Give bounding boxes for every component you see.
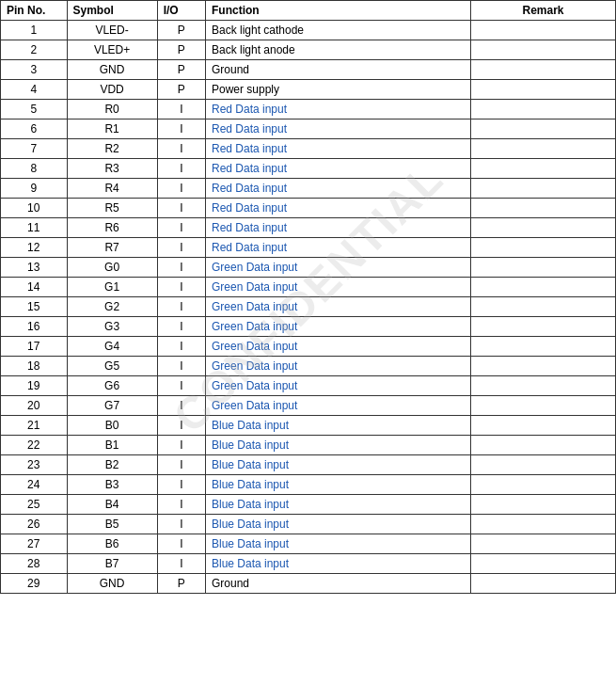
cell-pin-no: 17 xyxy=(1,337,68,357)
cell-remark xyxy=(471,317,616,337)
table-header-row: Pin No. Symbol I/O Function Remark xyxy=(1,1,616,21)
cell-remark xyxy=(471,475,616,495)
cell-remark xyxy=(471,100,616,119)
cell-function: Ground xyxy=(205,60,470,80)
pin-table: Pin No. Symbol I/O Function Remark 1VLED… xyxy=(0,0,616,594)
cell-io: I xyxy=(157,357,205,376)
cell-function: Back light anode xyxy=(205,40,470,60)
table-row: 1VLED-PBack light cathode xyxy=(1,21,616,40)
cell-remark xyxy=(471,199,616,218)
table-row: 11R6IRed Data input xyxy=(1,218,616,238)
cell-function: Blue Data input xyxy=(205,515,470,534)
cell-pin-no: 21 xyxy=(1,416,68,436)
cell-io: I xyxy=(157,475,205,495)
cell-symbol: R3 xyxy=(67,159,157,179)
table-container: CONFIDENTIAL Pin No. Symbol I/O Function… xyxy=(0,0,616,594)
cell-remark xyxy=(471,554,616,574)
cell-remark xyxy=(471,159,616,179)
cell-function: Blue Data input xyxy=(205,495,470,515)
cell-function: Back light cathode xyxy=(205,21,470,40)
cell-remark xyxy=(471,574,616,594)
table-row: 24B3IBlue Data input xyxy=(1,475,616,495)
cell-pin-no: 27 xyxy=(1,534,68,554)
cell-remark xyxy=(471,218,616,238)
cell-pin-no: 5 xyxy=(1,100,68,119)
cell-pin-no: 2 xyxy=(1,40,68,60)
table-row: 19G6IGreen Data input xyxy=(1,376,616,396)
table-row: 12R7IRed Data input xyxy=(1,238,616,258)
cell-symbol: R0 xyxy=(67,100,157,119)
cell-pin-no: 26 xyxy=(1,515,68,534)
cell-symbol: B1 xyxy=(67,436,157,455)
cell-symbol: R7 xyxy=(67,238,157,258)
table-row: 18G5IGreen Data input xyxy=(1,357,616,376)
cell-pin-no: 23 xyxy=(1,455,68,475)
cell-function: Red Data input xyxy=(205,218,470,238)
table-row: 27B6IBlue Data input xyxy=(1,534,616,554)
table-row: 8R3IRed Data input xyxy=(1,159,616,179)
cell-io: I xyxy=(157,199,205,218)
cell-symbol: R1 xyxy=(67,119,157,139)
cell-pin-no: 19 xyxy=(1,376,68,396)
cell-io: I xyxy=(157,455,205,475)
cell-function: Red Data input xyxy=(205,179,470,199)
table-row: 21B0IBlue Data input xyxy=(1,416,616,436)
cell-function: Green Data input xyxy=(205,396,470,416)
cell-io: I xyxy=(157,317,205,337)
cell-pin-no: 29 xyxy=(1,574,68,594)
cell-function: Blue Data input xyxy=(205,534,470,554)
table-row: 28B7IBlue Data input xyxy=(1,554,616,574)
cell-remark xyxy=(471,60,616,80)
cell-remark xyxy=(471,357,616,376)
cell-symbol: B3 xyxy=(67,475,157,495)
cell-symbol: VDD xyxy=(67,80,157,100)
cell-io: I xyxy=(157,416,205,436)
cell-function: Red Data input xyxy=(205,100,470,119)
table-row: 29GNDPGround xyxy=(1,574,616,594)
cell-remark xyxy=(471,515,616,534)
cell-symbol: R5 xyxy=(67,199,157,218)
cell-io: I xyxy=(157,396,205,416)
table-row: 10R5IRed Data input xyxy=(1,199,616,218)
cell-remark xyxy=(471,436,616,455)
cell-pin-no: 1 xyxy=(1,21,68,40)
cell-remark xyxy=(471,80,616,100)
cell-io: P xyxy=(157,40,205,60)
cell-symbol: B2 xyxy=(67,455,157,475)
cell-symbol: G7 xyxy=(67,396,157,416)
table-row: 3GNDPGround xyxy=(1,60,616,80)
table-row: 17G4IGreen Data input xyxy=(1,337,616,357)
cell-symbol: B7 xyxy=(67,554,157,574)
cell-symbol: VLED- xyxy=(67,21,157,40)
cell-function: Green Data input xyxy=(205,258,470,278)
cell-pin-no: 24 xyxy=(1,475,68,495)
cell-symbol: GND xyxy=(67,574,157,594)
table-row: 16G3IGreen Data input xyxy=(1,317,616,337)
cell-remark xyxy=(471,376,616,396)
header-function: Function xyxy=(205,1,470,21)
cell-function: Blue Data input xyxy=(205,455,470,475)
cell-function: Blue Data input xyxy=(205,436,470,455)
cell-remark xyxy=(471,337,616,357)
cell-io: I xyxy=(157,436,205,455)
cell-pin-no: 6 xyxy=(1,119,68,139)
cell-remark xyxy=(471,455,616,475)
cell-symbol: GND xyxy=(67,60,157,80)
table-row: 5R0IRed Data input xyxy=(1,100,616,119)
cell-remark xyxy=(471,21,616,40)
cell-io: I xyxy=(157,337,205,357)
cell-pin-no: 13 xyxy=(1,258,68,278)
table-row: 23B2IBlue Data input xyxy=(1,455,616,475)
table-row: 4VDDPPower supply xyxy=(1,80,616,100)
cell-function: Green Data input xyxy=(205,357,470,376)
cell-symbol: G4 xyxy=(67,337,157,357)
header-symbol: Symbol xyxy=(67,1,157,21)
header-pin-no: Pin No. xyxy=(1,1,68,21)
cell-symbol: G0 xyxy=(67,258,157,278)
cell-remark xyxy=(471,179,616,199)
cell-io: I xyxy=(157,179,205,199)
cell-io: I xyxy=(157,119,205,139)
cell-remark xyxy=(471,278,616,297)
cell-pin-no: 11 xyxy=(1,218,68,238)
cell-pin-no: 10 xyxy=(1,199,68,218)
